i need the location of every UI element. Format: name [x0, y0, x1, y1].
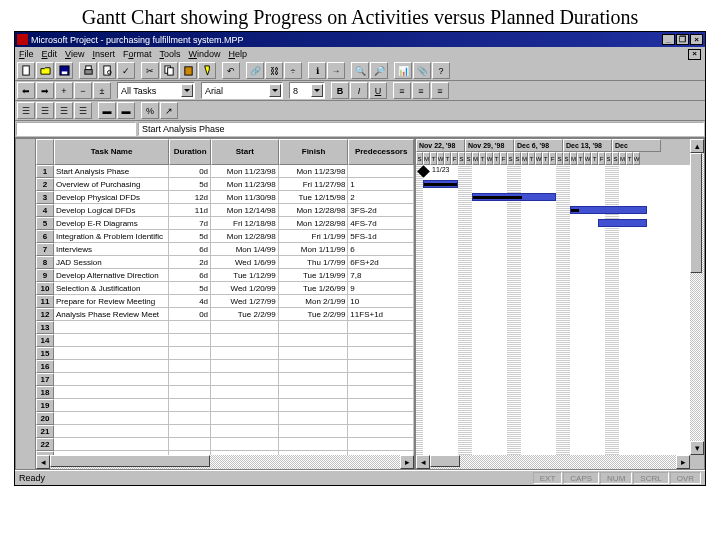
show-all-button[interactable]: ±	[93, 82, 111, 99]
scroll-left-icon[interactable]: ◂	[416, 455, 430, 469]
zoom-out-button[interactable]: 🔎	[370, 62, 388, 79]
copy-button[interactable]	[160, 62, 178, 79]
table-row[interactable]: 3Develop Physical DFDs12dMon 11/30/98Tue…	[36, 191, 414, 204]
table-row[interactable]: 22	[36, 438, 414, 451]
filter-combo[interactable]: All Tasks	[117, 82, 195, 99]
scroll-right-icon[interactable]: ▸	[400, 455, 414, 469]
link-button[interactable]: 🔗	[246, 62, 264, 79]
titlebar[interactable]: Microsoft Project - purchasing fulfillme…	[15, 32, 705, 47]
grid-hscroll[interactable]: ◂ ▸	[36, 455, 414, 469]
table-row[interactable]: 8JAD Session2dWed 1/6/99Thu 1/7/996FS+2d	[36, 256, 414, 269]
menu-insert[interactable]: Insert	[92, 49, 115, 59]
align-center-button[interactable]: ≡	[412, 82, 430, 99]
show-subtasks-button[interactable]: +	[55, 82, 73, 99]
maximize-button[interactable]: ❐	[676, 34, 689, 45]
cut-button[interactable]: ✂	[141, 62, 159, 79]
tracking-btn8[interactable]: ↗	[160, 102, 178, 119]
cell-reference[interactable]	[16, 122, 136, 136]
info-button[interactable]: ℹ	[308, 62, 326, 79]
gantt-bar[interactable]	[423, 180, 458, 188]
outdent-button[interactable]: ⬅	[17, 82, 35, 99]
close-button[interactable]: ×	[690, 34, 703, 45]
font-combo[interactable]: Arial	[201, 82, 283, 99]
entry-field[interactable]: Start Analysis Phase	[138, 122, 704, 136]
gantt-bar[interactable]	[570, 206, 647, 214]
gantt-wizard-button[interactable]: 📊	[394, 62, 412, 79]
table-row[interactable]: 21	[36, 425, 414, 438]
tracking-btn5[interactable]: ▬	[98, 102, 116, 119]
scroll-up-icon[interactable]: ▴	[690, 139, 704, 153]
gantt-bar[interactable]	[598, 219, 647, 227]
table-row[interactable]: 15	[36, 347, 414, 360]
tracking-btn1[interactable]: ☰	[17, 102, 35, 119]
table-row[interactable]: 5Develop E-R Diagrams7dFri 12/18/98Mon 1…	[36, 217, 414, 230]
table-row[interactable]: 14	[36, 334, 414, 347]
underline-button[interactable]: U	[369, 82, 387, 99]
mdi-close-button[interactable]: ×	[688, 49, 701, 60]
tracking-btn2[interactable]: ☰	[36, 102, 54, 119]
table-row[interactable]: 1Start Analysis Phase0dMon 11/23/98Mon 1…	[36, 165, 414, 178]
col-indicator[interactable]	[36, 139, 54, 165]
menu-help[interactable]: Help	[228, 49, 247, 59]
split-button[interactable]: ÷	[284, 62, 302, 79]
new-button[interactable]	[17, 62, 35, 79]
table-row[interactable]: 2Overview of Purchasing5dMon 11/23/98Fri…	[36, 178, 414, 191]
gantt-hscroll[interactable]: ◂ ▸	[416, 455, 690, 469]
open-button[interactable]	[36, 62, 54, 79]
menu-view[interactable]: View	[65, 49, 84, 59]
table-row[interactable]: 12Analysis Phase Review Meet0dTue 2/2/99…	[36, 308, 414, 321]
indent-button[interactable]: ➡	[36, 82, 54, 99]
vscroll[interactable]: ▴ ▾	[690, 139, 704, 469]
gantt-bar[interactable]	[472, 193, 556, 201]
bold-button[interactable]: B	[331, 82, 349, 99]
table-row[interactable]: 6Integration & Problem Identific5dMon 12…	[36, 230, 414, 243]
save-button[interactable]	[55, 62, 73, 79]
table-row[interactable]: 19	[36, 399, 414, 412]
undo-button[interactable]: ↶	[222, 62, 240, 79]
align-right-button[interactable]: ≡	[431, 82, 449, 99]
col-start[interactable]: Start	[211, 139, 279, 165]
goto-button[interactable]: →	[327, 62, 345, 79]
table-row[interactable]: 20	[36, 412, 414, 425]
table-row[interactable]: 11Prepare for Review Meeting4dWed 1/27/9…	[36, 295, 414, 308]
gantt-body[interactable]: 11/23	[416, 165, 690, 455]
minimize-button[interactable]: _	[662, 34, 675, 45]
print-button[interactable]	[79, 62, 97, 79]
table-row[interactable]: 17	[36, 373, 414, 386]
font-size-combo[interactable]: 8	[289, 82, 325, 99]
unlink-button[interactable]: ⛓	[265, 62, 283, 79]
table-row[interactable]: 9Develop Alternative Direction6dTue 1/12…	[36, 269, 414, 282]
table-row[interactable]: 13	[36, 321, 414, 334]
menu-file[interactable]: File	[19, 49, 34, 59]
table-row[interactable]: 4Develop Logical DFDs11dMon 12/14/98Mon …	[36, 204, 414, 217]
scroll-right-icon[interactable]: ▸	[676, 455, 690, 469]
spelling-button[interactable]: ✓	[117, 62, 135, 79]
tracking-btn7[interactable]: %	[141, 102, 159, 119]
view-bar[interactable]	[16, 139, 36, 469]
table-row[interactable]: 16	[36, 360, 414, 373]
scroll-left-icon[interactable]: ◂	[36, 455, 50, 469]
col-pred[interactable]: Predecessors	[348, 139, 414, 165]
scroll-down-icon[interactable]: ▾	[690, 441, 704, 455]
menu-tools[interactable]: Tools	[159, 49, 180, 59]
align-left-button[interactable]: ≡	[393, 82, 411, 99]
help-button[interactable]: ?	[432, 62, 450, 79]
col-finish[interactable]: Finish	[279, 139, 349, 165]
col-duration[interactable]: Duration	[169, 139, 211, 165]
table-row[interactable]: 10Selection & Justification5dWed 1/20/99…	[36, 282, 414, 295]
italic-button[interactable]: I	[350, 82, 368, 99]
tracking-btn4[interactable]: ☰	[74, 102, 92, 119]
table-row[interactable]: 18	[36, 386, 414, 399]
office-button[interactable]: 📎	[413, 62, 431, 79]
menu-window[interactable]: Window	[188, 49, 220, 59]
hide-subtasks-button[interactable]: −	[74, 82, 92, 99]
zoom-in-button[interactable]: 🔍	[351, 62, 369, 79]
timescale-header[interactable]: Nov 22, '98Nov 29, '98Dec 6, '98Dec 13, …	[416, 139, 690, 165]
grid-body[interactable]: 1Start Analysis Phase0dMon 11/23/98Mon 1…	[36, 165, 414, 455]
tracking-btn3[interactable]: ☰	[55, 102, 73, 119]
paste-button[interactable]	[179, 62, 197, 79]
menu-format[interactable]: Format	[123, 49, 152, 59]
col-name[interactable]: Task Name	[54, 139, 169, 165]
menu-edit[interactable]: Edit	[42, 49, 58, 59]
print-preview-button[interactable]	[98, 62, 116, 79]
